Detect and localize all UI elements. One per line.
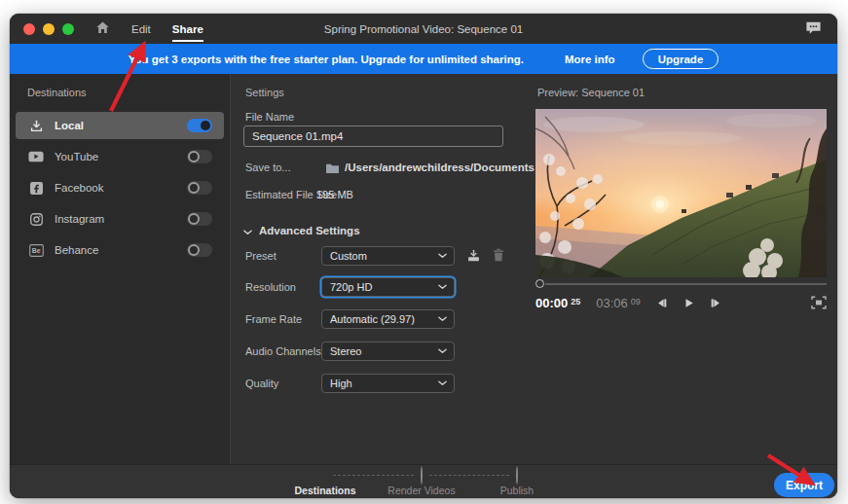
toggle-knob xyxy=(188,182,200,194)
step-label-publish: Publish xyxy=(500,485,534,496)
step-forward-button[interactable] xyxy=(710,297,722,309)
scrubber-line xyxy=(545,283,827,285)
chevron-down-icon xyxy=(243,222,252,239)
window-title: Spring Promotional Video: Sequence 01 xyxy=(324,23,523,35)
quality-dropdown[interactable]: High xyxy=(321,374,455,393)
step-dot-render-videos xyxy=(421,467,423,485)
chevron-down-icon xyxy=(438,284,447,290)
destination-label: Local xyxy=(55,120,84,131)
step-label-render-videos: Render Videos xyxy=(387,485,455,496)
sidebar-item-local[interactable]: Local xyxy=(16,112,224,139)
timecode-current: 00:00 xyxy=(535,296,568,310)
preview-heading: Preview: Sequence 01 xyxy=(537,87,645,98)
toggle-behance[interactable] xyxy=(187,243,212,257)
playhead-handle[interactable] xyxy=(535,279,544,288)
estimated-size-value: 195 MB xyxy=(316,189,353,200)
dropdown-value: High xyxy=(322,378,438,389)
folder-icon[interactable] xyxy=(325,161,340,178)
youtube-icon xyxy=(27,151,45,162)
app-window: Edit Share Spring Promotional Video: Seq… xyxy=(10,14,837,498)
play-button[interactable] xyxy=(682,297,695,309)
upgrade-button[interactable]: Upgrade xyxy=(643,49,719,69)
timecode-current-frames: 25 xyxy=(571,297,580,306)
banner-message: You get 3 exports with the free starter … xyxy=(129,54,524,65)
video-preview xyxy=(535,109,827,277)
menu-edit[interactable]: Edit xyxy=(131,23,151,35)
audio-channels-label: Audio Channels xyxy=(245,342,321,361)
audio-channels-dropdown[interactable]: Stereo xyxy=(321,342,455,361)
page: Edit Share Spring Promotional Video: Seq… xyxy=(0,0,848,504)
frame-rate-label: Frame Rate xyxy=(245,309,302,329)
dropdown-value: Stereo xyxy=(322,345,438,357)
toggle-instagram[interactable] xyxy=(187,212,212,226)
step-dot-publish xyxy=(516,467,518,485)
zoom-window-button[interactable] xyxy=(62,23,74,35)
resolution-dropdown[interactable]: 720p HD xyxy=(321,277,455,297)
dropdown-value: Custom xyxy=(322,250,438,262)
footer-bar: Destinations Render Videos Publish Expor… xyxy=(10,464,837,498)
save-to-label: Save to... xyxy=(245,162,290,173)
toggle-knob xyxy=(188,213,200,225)
settings-panel: Settings File Name Save to... /Users/and… xyxy=(232,74,526,464)
sidebar-item-facebook[interactable]: Facebook xyxy=(16,174,224,201)
toggle-knob xyxy=(201,121,210,130)
facebook-icon xyxy=(27,182,45,195)
timecode-duration: 03:06 xyxy=(596,296,628,310)
behance-icon: Be xyxy=(27,244,45,257)
svg-text:Be: Be xyxy=(31,247,40,254)
sidebar-item-behance[interactable]: Be Behance xyxy=(16,236,224,264)
step-connector xyxy=(429,475,509,476)
upgrade-banner: You get 3 exports with the free starter … xyxy=(10,44,837,74)
toggle-knob xyxy=(188,244,200,256)
feedback-button[interactable] xyxy=(805,20,822,40)
quality-label: Quality xyxy=(245,374,278,393)
close-window-button[interactable] xyxy=(23,23,35,35)
advanced-settings-toggle[interactable]: Advanced Settings xyxy=(243,222,360,239)
preview-panel: Preview: Sequence 01 xyxy=(526,74,828,464)
settings-heading: Settings xyxy=(245,87,284,98)
advanced-settings-label: Advanced Settings xyxy=(259,225,360,236)
dropdown-value: 720p HD xyxy=(322,281,438,293)
download-icon xyxy=(27,119,45,133)
chevron-down-icon xyxy=(438,316,447,322)
step-back-button[interactable] xyxy=(655,297,668,309)
delete-preset-button[interactable] xyxy=(493,248,504,262)
resolution-label: Resolution xyxy=(245,277,296,297)
file-name-input[interactable] xyxy=(243,126,503,147)
transport-controls: 00:00 25 03:06 09 xyxy=(535,294,827,311)
save-to-path: /Users/andrewchildress/Documents xyxy=(345,162,535,173)
home-icon xyxy=(95,20,110,38)
export-button[interactable]: Export xyxy=(774,473,834,497)
sunset-preview-image xyxy=(535,109,827,277)
toggle-facebook[interactable] xyxy=(187,181,212,195)
sidebar-item-instagram[interactable]: Instagram xyxy=(16,205,224,233)
step-label-destinations: Destinations xyxy=(294,485,355,496)
titlebar: Edit Share Spring Promotional Video: Seq… xyxy=(10,14,837,44)
minimize-window-button[interactable] xyxy=(43,23,55,35)
toggle-knob xyxy=(188,151,200,162)
dropdown-value: Automatic (29.97) xyxy=(322,313,438,325)
fullscreen-button[interactable] xyxy=(811,296,827,309)
destination-label: Behance xyxy=(55,244,98,256)
step-connector xyxy=(333,475,414,476)
save-preset-button[interactable] xyxy=(466,248,481,263)
menu-share[interactable]: Share xyxy=(172,23,203,35)
frame-rate-dropdown[interactable]: Automatic (29.97) xyxy=(321,309,455,329)
menu-edit-label: Edit xyxy=(131,23,151,35)
chevron-down-icon xyxy=(438,380,447,386)
more-info-link[interactable]: More info xyxy=(565,54,615,65)
destination-label: Instagram xyxy=(55,213,104,225)
destination-label: Facebook xyxy=(55,182,104,194)
menu-share-label: Share xyxy=(172,23,203,35)
toggle-local[interactable] xyxy=(187,119,212,132)
scrubber-track[interactable] xyxy=(535,278,827,290)
instagram-icon xyxy=(27,213,45,226)
home-button[interactable] xyxy=(95,20,110,38)
preset-dropdown[interactable]: Custom xyxy=(321,246,455,266)
chevron-down-icon xyxy=(438,253,447,259)
sidebar-item-youtube[interactable]: YouTube xyxy=(16,143,224,170)
timecode-duration-frames: 09 xyxy=(631,297,641,306)
destination-label: YouTube xyxy=(55,151,98,162)
preset-label: Preset xyxy=(245,246,277,266)
toggle-youtube[interactable] xyxy=(187,150,212,163)
